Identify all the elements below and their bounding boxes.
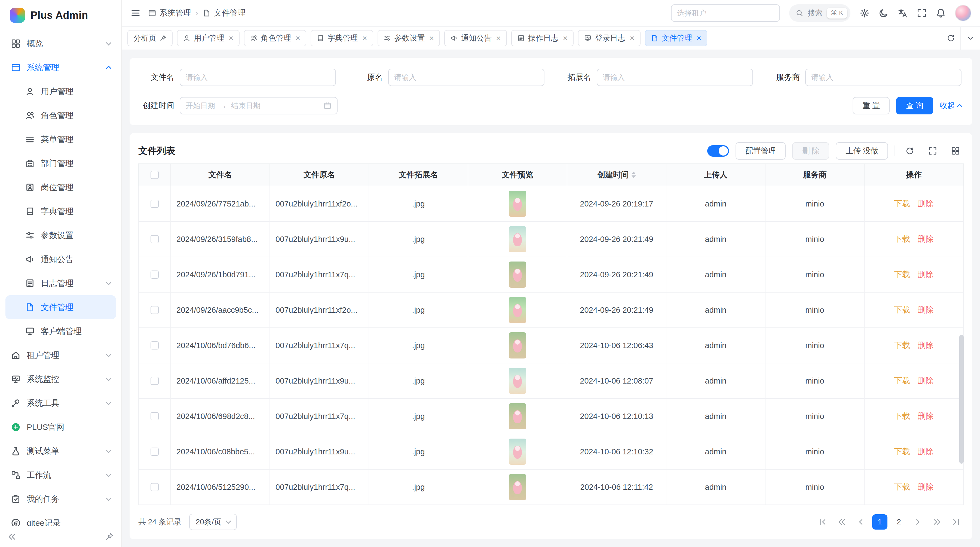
tab-menu-chevron-icon[interactable]: [960, 27, 980, 49]
delete-link[interactable]: 删除: [918, 411, 934, 422]
download-link[interactable]: 下载: [894, 446, 910, 457]
tab[interactable]: 角色管理 ×: [244, 30, 307, 46]
column-header[interactable]: 文件名: [171, 163, 270, 186]
file-preview-image[interactable]: [509, 403, 526, 429]
sidebar-item[interactable]: 系统监控: [5, 367, 116, 391]
settings-gear-icon[interactable]: [860, 8, 869, 18]
delete-link[interactable]: 删除: [918, 340, 934, 351]
column-header[interactable]: 创建时间: [567, 163, 667, 186]
sidebar-item[interactable]: 系统工具: [5, 391, 116, 415]
close-icon[interactable]: ×: [362, 34, 367, 42]
sidebar-item[interactable]: 系统管理: [5, 56, 116, 80]
sidebar-item[interactable]: 日志管理: [5, 271, 116, 295]
jump-forward-button[interactable]: [929, 514, 945, 529]
column-header[interactable]: 操作: [865, 163, 964, 186]
expand-table-icon[interactable]: [924, 143, 941, 159]
sidebar-item[interactable]: 租户管理: [5, 343, 116, 367]
search-button[interactable]: 查 询: [896, 97, 933, 115]
row-checkbox[interactable]: [151, 306, 159, 314]
tab[interactable]: 通知公告 ×: [444, 30, 507, 46]
sidebar-item[interactable]: 客户端管理: [5, 319, 116, 343]
next-page-button[interactable]: [910, 514, 926, 529]
first-page-button[interactable]: [815, 514, 830, 529]
sidebar-item[interactable]: 字典管理: [5, 199, 116, 223]
row-checkbox[interactable]: [151, 235, 159, 243]
file-preview-image[interactable]: [509, 226, 526, 252]
sidebar-item[interactable]: 岗位管理: [5, 175, 116, 199]
date-range-input[interactable]: 开始日期 → 结束日期: [180, 97, 337, 115]
sidebar-item[interactable]: 角色管理: [5, 104, 116, 128]
tenant-select[interactable]: [671, 4, 780, 22]
refresh-tab-icon[interactable]: [941, 27, 960, 49]
delete-link[interactable]: 删除: [918, 234, 934, 245]
column-header[interactable]: 文件预览: [468, 163, 567, 186]
last-page-button[interactable]: [948, 514, 964, 529]
sidebar-item[interactable]: 工作流: [5, 463, 116, 487]
user-avatar[interactable]: [955, 5, 971, 21]
filter-field-input[interactable]: [388, 69, 544, 86]
config-manage-button[interactable]: 配置管理: [735, 142, 786, 159]
delete-button[interactable]: 删 除: [792, 142, 829, 159]
tab[interactable]: 参数设置 ×: [377, 30, 440, 46]
download-link[interactable]: 下载: [894, 198, 910, 209]
delete-link[interactable]: 删除: [918, 305, 934, 316]
sidebar-item[interactable]: 测试菜单: [5, 439, 116, 463]
page-number[interactable]: 2: [891, 514, 907, 529]
sidebar-item[interactable]: 参数设置: [5, 223, 116, 247]
close-icon[interactable]: ×: [563, 34, 568, 42]
file-preview-image[interactable]: [509, 191, 526, 217]
sort-icons[interactable]: [632, 172, 636, 178]
file-preview-image[interactable]: [509, 368, 526, 394]
download-link[interactable]: 下载: [894, 269, 910, 280]
delete-link[interactable]: 删除: [918, 269, 934, 280]
file-preview-image[interactable]: [509, 332, 526, 359]
filter-field-input[interactable]: [180, 69, 336, 86]
sidebar-item[interactable]: 概览: [5, 32, 116, 56]
file-preview-image[interactable]: [509, 474, 526, 500]
pin-icon[interactable]: [159, 35, 167, 41]
download-link[interactable]: 下载: [894, 305, 910, 316]
breadcrumb-item[interactable]: 文件管理: [202, 8, 245, 19]
column-settings-icon[interactable]: [947, 143, 964, 159]
download-link[interactable]: 下载: [894, 340, 910, 351]
close-icon[interactable]: ×: [429, 34, 434, 42]
tab[interactable]: 用户管理 ×: [177, 30, 240, 46]
upload-button[interactable]: 上传 没做: [836, 142, 888, 159]
fullscreen-icon[interactable]: [917, 8, 927, 18]
column-header[interactable]: 文件原名: [270, 163, 369, 186]
sidebar-item[interactable]: 我的任务: [5, 487, 116, 511]
download-link[interactable]: 下载: [894, 375, 910, 386]
row-checkbox[interactable]: [151, 271, 159, 279]
row-checkbox[interactable]: [151, 341, 159, 349]
close-icon[interactable]: ×: [697, 34, 702, 42]
global-search[interactable]: 搜索 ⌘ K: [789, 4, 850, 22]
row-checkbox[interactable]: [151, 483, 159, 491]
translate-icon[interactable]: [898, 8, 908, 18]
sidebar-item[interactable]: 菜单管理: [5, 128, 116, 152]
download-link[interactable]: 下载: [894, 482, 910, 493]
filter-field-input[interactable]: [597, 69, 753, 86]
refresh-list-icon[interactable]: [902, 143, 918, 159]
pin-sidebar-icon[interactable]: [105, 532, 114, 541]
tab[interactable]: 文件管理 ×: [645, 30, 708, 46]
sidebar-item[interactable]: 用户管理: [5, 80, 116, 104]
delete-link[interactable]: 删除: [918, 375, 934, 386]
filter-field-input[interactable]: [805, 69, 961, 86]
file-preview-image[interactable]: [509, 439, 526, 465]
collapse-filter-link[interactable]: 收起: [940, 100, 961, 111]
tab[interactable]: 登录日志 ×: [578, 30, 641, 46]
table-scrollbar[interactable]: [959, 335, 964, 464]
sidebar-item[interactable]: 部门管理: [5, 152, 116, 175]
close-icon[interactable]: ×: [630, 34, 635, 42]
delete-link[interactable]: 删除: [918, 198, 934, 209]
column-header[interactable]: 服务商: [765, 163, 865, 186]
page-size-select[interactable]: 20条/页: [189, 514, 237, 530]
dark-mode-moon-icon[interactable]: [879, 8, 889, 18]
close-icon[interactable]: ×: [296, 34, 301, 42]
row-checkbox[interactable]: [151, 200, 159, 208]
close-icon[interactable]: ×: [229, 34, 234, 42]
page-number[interactable]: 1: [872, 514, 888, 529]
hamburger-menu-icon[interactable]: [130, 8, 140, 18]
delete-link[interactable]: 删除: [918, 482, 934, 493]
jump-back-button[interactable]: [834, 514, 850, 529]
